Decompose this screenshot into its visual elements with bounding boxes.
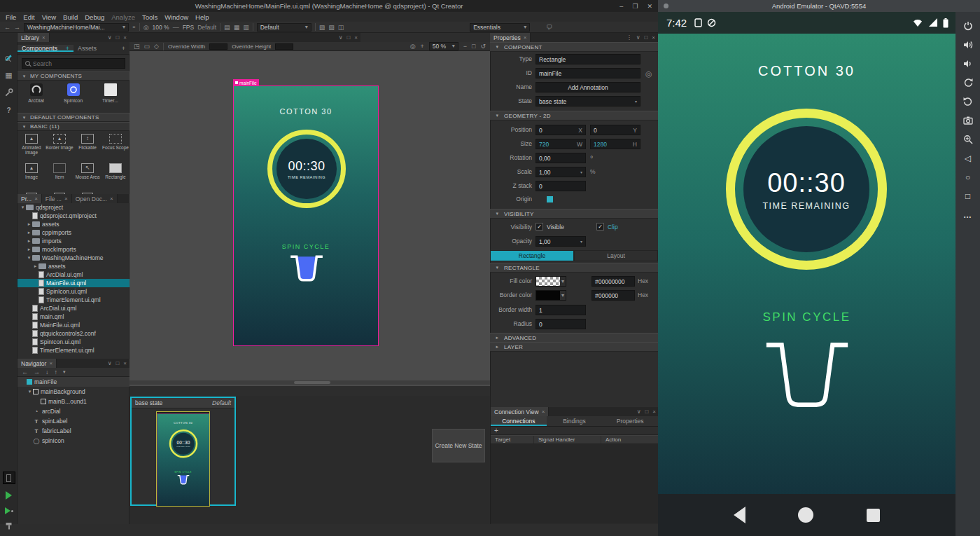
component-item[interactable]: Item <box>46 160 74 190</box>
filter-icon[interactable]: ▾ <box>63 369 66 375</box>
reset-view-icon[interactable]: ↺ <box>480 43 486 50</box>
window-menu-dot[interactable] <box>664 4 668 8</box>
menu-debug[interactable]: Debug <box>81 13 108 21</box>
more-options-button[interactable]: … <box>962 209 974 221</box>
volume-up-button[interactable] <box>962 39 974 50</box>
component-focus-scope[interactable]: Focus Scope <box>102 131 130 160</box>
zoom-button[interactable] <box>962 134 974 145</box>
close-icon[interactable]: × <box>64 196 68 202</box>
layout-grid-icon[interactable]: ▦ <box>234 24 240 31</box>
height-field[interactable]: 1280H <box>590 139 640 149</box>
close-icon[interactable]: × <box>123 34 127 41</box>
default-components-header[interactable]: ▾ DEFAULT COMPONENTS <box>18 113 130 122</box>
border-hex-field[interactable]: #000000 <box>592 290 635 301</box>
emulator-titlebar[interactable]: Android Emulator - QtAVD:5554 <box>658 0 980 12</box>
design-root-item[interactable]: mainFile COTTON 30 00::30 TIME REMAINING… <box>233 85 379 346</box>
move-down-icon[interactable]: ↓ <box>46 369 49 376</box>
assets-tab[interactable]: Assets + <box>74 45 130 52</box>
close-icon[interactable]: × <box>123 360 127 366</box>
chevron-down-icon[interactable]: ∨ <box>108 34 112 41</box>
opacity-field[interactable]: 1,00▾ <box>536 236 586 247</box>
layout-category-tab[interactable]: Layout <box>574 250 658 261</box>
projects-tab[interactable]: Pr... × <box>18 194 42 203</box>
power-button[interactable] <box>962 20 974 32</box>
run-button[interactable] <box>0 488 18 502</box>
close-icon[interactable]: × <box>354 34 358 41</box>
canvas-hscrollbar[interactable] <box>130 380 490 385</box>
component-image[interactable]: ▴Image <box>18 160 46 190</box>
maximize-button[interactable]: ❐ <box>632 3 638 10</box>
tree-row[interactable]: SpinIcon.ui.qml <box>18 287 130 296</box>
tree-row-selected[interactable]: MainFile.ui.qml <box>18 279 130 287</box>
border-width-field[interactable]: 1 <box>536 305 586 315</box>
component-section-header[interactable]: ▾COMPONENT <box>490 42 658 52</box>
style-dropdown[interactable]: Default ▾ <box>257 23 312 32</box>
navigator-row[interactable]: TfabricLabel <box>18 426 130 436</box>
signal-handler-column[interactable]: Signal Handler <box>534 436 601 444</box>
plus-icon[interactable]: + <box>122 45 125 52</box>
component-rectangle[interactable]: Rectangle <box>102 160 130 190</box>
move-right-icon[interactable]: → <box>34 369 40 376</box>
scrollbar-thumb[interactable] <box>294 381 330 384</box>
my-components-header[interactable]: ▾ MY COMPONENTS <box>18 71 130 81</box>
selection-tag[interactable]: mainFile <box>233 79 259 86</box>
selection-tool-icon[interactable]: ◳ <box>134 43 140 50</box>
tree-row[interactable]: ▾WashingMachineHome <box>18 254 130 262</box>
tree-row[interactable]: MainFile.ui.qml <box>18 321 130 329</box>
canvas-zoom-dropdown[interactable]: 50 % ▾ <box>429 42 458 50</box>
annotation-bubble-icon[interactable]: 🗩 <box>546 24 552 31</box>
connections-tab[interactable]: Connections <box>491 416 547 426</box>
basic-section-header[interactable]: ▾ BASIC (11) <box>18 122 130 131</box>
volume-down-button[interactable] <box>962 58 974 69</box>
tree-row[interactable]: ▸cppImports <box>18 228 130 237</box>
add-connection-button[interactable]: + <box>494 427 498 434</box>
navigator-row[interactable]: ◔arcDial <box>18 406 130 416</box>
emulator-overview-button[interactable]: □ <box>962 191 974 202</box>
rotate-left-button[interactable] <box>962 77 974 88</box>
tree-row[interactable]: ▾qdsproject <box>18 203 130 212</box>
debug-run-button[interactable] <box>0 504 18 518</box>
emulator-home-button[interactable]: ○ <box>962 172 974 183</box>
tree-row[interactable]: main.qml <box>18 312 130 321</box>
help-icon[interactable]: ? <box>0 103 18 117</box>
bounds-icon[interactable]: ▨ <box>328 24 335 31</box>
close-document-icon[interactable]: × <box>132 25 136 30</box>
emulator-screen[interactable]: 7:42 COTTON 30 00::30 TIME REMAINING SPI… <box>658 12 955 536</box>
fill-hex-field[interactable]: #00000000 <box>592 276 635 287</box>
tree-row[interactable]: SpinIcon.ui.qml <box>18 338 130 346</box>
border-color-swatch[interactable]: ▾ <box>536 290 566 301</box>
radius-field[interactable]: 0 <box>536 319 586 329</box>
x-field[interactable]: 0X <box>536 125 586 135</box>
close-button[interactable]: ✕ <box>647 3 652 10</box>
components-tab[interactable]: Components + <box>18 45 74 52</box>
workspace-dropdown[interactable]: Essentials ▾ <box>470 23 530 32</box>
library-tab[interactable]: Library × <box>18 33 50 42</box>
close-icon[interactable]: × <box>34 196 38 202</box>
minimize-button[interactable]: – <box>620 3 623 10</box>
open-documents-tab[interactable]: Open Doc... × <box>72 194 118 203</box>
move-up-icon[interactable]: ↑ <box>55 369 58 376</box>
connection-properties-tab[interactable]: Properties <box>602 416 658 426</box>
nav-home-button[interactable] <box>798 507 813 523</box>
search-input[interactable] <box>33 60 117 67</box>
rectangle-section-header[interactable]: ▾RECTANGLE <box>490 263 658 273</box>
layout-rows-icon[interactable]: ▤ <box>224 24 230 31</box>
layer-section-header[interactable]: ▸LAYER <box>490 342 658 352</box>
plugin-mode-icon[interactable]: ▦ <box>0 68 18 82</box>
navigator-row[interactable]: ▾mainBackground <box>18 387 130 397</box>
navigator-row[interactable]: mainB...ound1 <box>18 397 130 406</box>
merge-icon[interactable]: ◫ <box>338 24 344 31</box>
visibility-section-header[interactable]: ▾VISIBILITY <box>490 209 658 219</box>
navigator-row-mainfile[interactable]: mainFile <box>18 377 130 387</box>
create-new-state-button[interactable]: Create New State <box>432 429 485 462</box>
tree-row[interactable]: qtquickcontrols2.conf <box>18 329 130 338</box>
open-document-dropdown[interactable]: WashingMachineHome/Mai... ▾ <box>24 23 129 32</box>
advanced-section-header[interactable]: ▸ADVANCED <box>490 333 658 343</box>
go-back-icon[interactable]: ← <box>4 24 10 31</box>
component-arcdial[interactable]: ArcDial <box>18 81 55 111</box>
fill-color-swatch[interactable]: ▾ <box>536 276 566 287</box>
library-search[interactable] <box>22 58 125 69</box>
tree-row[interactable]: TimerElement.ui.qml <box>18 346 130 355</box>
zoom-out-icon[interactable]: − <box>463 43 467 50</box>
close-icon[interactable]: × <box>652 408 656 415</box>
